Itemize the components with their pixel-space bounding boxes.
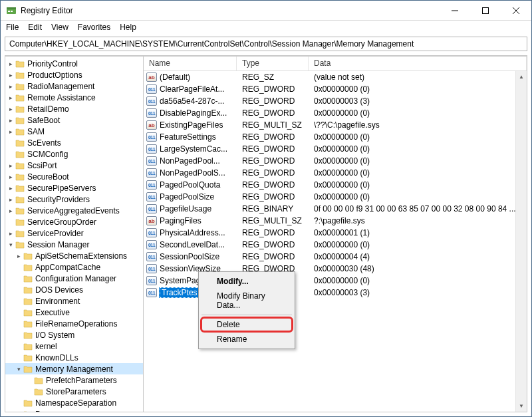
value-row[interactable]: LargeSystemCac...REG_DWORD0x00000000 (0): [144, 143, 527, 155]
context-menu-delete[interactable]: Delete: [201, 317, 293, 332]
tree-item-label: SecurePipeServers: [27, 184, 96, 193]
menu-view[interactable]: View: [51, 23, 68, 32]
value-row[interactable]: PagefileUsageREG_BINARY0f 00 00 00 f9 31…: [144, 203, 527, 215]
value-name-cell: ExistingPageFiles: [144, 120, 237, 130]
chevron-right-icon[interactable]: ▸: [7, 94, 15, 102]
column-data[interactable]: Data: [309, 57, 527, 70]
tree-item[interactable]: Power: [5, 408, 143, 412]
address-bar[interactable]: Computer\HKEY_LOCAL_MACHINE\SYSTEM\Curre…: [5, 37, 527, 51]
value-row[interactable]: (Default)REG_SZ(value not set): [144, 71, 527, 83]
chevron-right-icon[interactable]: ▸: [7, 162, 15, 170]
menu-file[interactable]: File: [6, 23, 19, 32]
list-header[interactable]: Name Type Data: [144, 57, 527, 71]
value-row[interactable]: ClearPageFileAt...REG_DWORD0x00000000 (0…: [144, 83, 527, 95]
tree-item[interactable]: StoreParameters: [5, 386, 143, 397]
value-row[interactable]: PhysicalAddress...REG_DWORD0x00000001 (1…: [144, 227, 527, 239]
tree-item[interactable]: ServiceGroupOrder: [5, 216, 143, 227]
tree-item[interactable]: Environment: [5, 295, 143, 307]
tree-item[interactable]: ▸SafeBoot: [5, 114, 143, 126]
tree-item[interactable]: Executive: [5, 307, 143, 318]
tree-item[interactable]: Configuration Manager: [5, 273, 143, 284]
chevron-right-icon[interactable]: ▸: [7, 116, 15, 124]
menu-edit[interactable]: Edit: [28, 23, 42, 32]
value-row[interactable]: DisablePagingEx...REG_DWORD0x00000000 (0…: [144, 107, 527, 119]
context-menu-rename[interactable]: Rename: [201, 332, 293, 347]
value-name-cell: PagefileUsage: [144, 204, 237, 213]
tree-item[interactable]: ▸ScsiPort: [5, 160, 143, 171]
chevron-right-icon[interactable]: ▸: [7, 196, 15, 204]
tree-item[interactable]: ▾Memory Management: [5, 363, 143, 374]
tree-item[interactable]: ▸RadioManagement: [5, 80, 143, 92]
tree-item[interactable]: KnownDLLs: [5, 352, 143, 363]
value-row[interactable]: da56a5e4-287c-...REG_DWORD0x00000003 (3): [144, 95, 527, 107]
tree-item[interactable]: ▸ProductOptions: [5, 69, 143, 80]
folder-icon: [23, 309, 33, 317]
tree-item[interactable]: FileRenameOperations: [5, 318, 143, 329]
chevron-right-icon[interactable]: ▸: [7, 105, 15, 113]
tree-item[interactable]: ▸RetailDemo: [5, 103, 143, 114]
chevron-right-icon[interactable]: ▸: [7, 173, 15, 181]
tree-item[interactable]: ▸PriorityControl: [5, 58, 143, 69]
tree-item[interactable]: ▸ApiSetSchemaExtensions: [5, 250, 143, 261]
menu-favorites[interactable]: Favorites: [78, 23, 110, 32]
value-row[interactable]: NonPagedPoolS...REG_DWORD0x00000000 (0): [144, 167, 527, 179]
tree-item[interactable]: I/O System: [5, 329, 143, 341]
column-name[interactable]: Name: [144, 57, 237, 70]
value-name: PagedPoolQuota: [160, 180, 220, 190]
context-menu-modify[interactable]: Modify...: [201, 274, 293, 289]
value-row[interactable]: NonPagedPool...REG_DWORD0x00000000 (0): [144, 155, 527, 167]
value-data: 0x00000000 (0): [309, 156, 527, 166]
chevron-down-icon[interactable]: ▾: [15, 365, 23, 373]
chevron-right-icon[interactable]: ▸: [7, 71, 15, 79]
tree-item[interactable]: NamespaceSeparation: [5, 397, 143, 408]
tree-item-label: SecureBoot: [27, 172, 69, 182]
minimize-button[interactable]: [440, 1, 470, 20]
tree-item[interactable]: ▸SAM: [5, 126, 143, 137]
value-row[interactable]: SessionPoolSizeREG_DWORD0x00000004 (4): [144, 251, 527, 263]
value-row[interactable]: ExistingPageFilesREG_MULTI_SZ\??\C:\page…: [144, 119, 527, 131]
tree-item[interactable]: DOS Devices: [5, 284, 143, 295]
chevron-right-icon[interactable]: ▸: [7, 60, 15, 68]
tree-item[interactable]: ScEvents: [5, 137, 143, 148]
value-row[interactable]: FeatureSettingsREG_DWORD0x00000000 (0): [144, 131, 527, 143]
key-tree[interactable]: ▸PriorityControl▸ProductOptions▸RadioMan…: [5, 56, 143, 412]
expander-placeholder: [25, 388, 33, 396]
scroll-up-icon[interactable]: ▲: [516, 71, 527, 82]
tree-item[interactable]: ▾Session Manager: [5, 239, 143, 250]
chevron-right-icon[interactable]: ▸: [15, 252, 23, 260]
maximize-button[interactable]: [470, 1, 501, 20]
value-name: PhysicalAddress...: [160, 228, 225, 237]
tree-item[interactable]: ▸SecureBoot: [5, 171, 143, 182]
tree-item[interactable]: SCMConfig: [5, 148, 143, 160]
tree-item[interactable]: AppCompatCache: [5, 261, 143, 273]
scroll-down-icon[interactable]: ▼: [516, 400, 527, 412]
value-row[interactable]: PagedPoolSizeREG_DWORD0x00000000 (0): [144, 191, 527, 203]
value-row[interactable]: PagingFilesREG_MULTI_SZ?:\pagefile.sys: [144, 215, 527, 227]
context-menu-modify-binary[interactable]: Modify Binary Data...: [201, 289, 293, 313]
chevron-down-icon[interactable]: ▾: [7, 241, 15, 249]
tree-item[interactable]: ▸SecurityProviders: [5, 194, 143, 205]
value-row[interactable]: SecondLevelDat...REG_DWORD0x00000000 (0): [144, 239, 527, 251]
close-button[interactable]: [501, 1, 531, 20]
tree-item[interactable]: ▸ServiceAggregatedEvents: [5, 205, 143, 216]
tree-item[interactable]: PrefetchParameters: [5, 374, 143, 386]
value-row[interactable]: PagedPoolQuotaREG_DWORD0x00000000 (0): [144, 179, 527, 191]
chevron-right-icon[interactable]: ▸: [7, 128, 15, 136]
value-name-cell: SessionPoolSize: [144, 252, 237, 261]
chevron-right-icon[interactable]: ▸: [7, 184, 15, 192]
vertical-scrollbar[interactable]: ▲ ▼: [515, 71, 527, 412]
tree-item-label: ScsiPort: [27, 161, 57, 170]
tree-item-label: ServiceGroupOrder: [27, 217, 96, 227]
tree-item[interactable]: ▸ServiceProvider: [5, 227, 143, 239]
value-name: LargeSystemCac...: [160, 144, 227, 154]
menu-help[interactable]: Help: [120, 23, 136, 32]
titlebar[interactable]: Registry Editor: [1, 1, 531, 21]
chevron-right-icon[interactable]: ▸: [7, 82, 15, 90]
chevron-right-icon[interactable]: ▸: [7, 229, 15, 237]
tree-item[interactable]: ▸Remote Assistance: [5, 92, 143, 103]
value-list[interactable]: (Default)REG_SZ(value not set)ClearPageF…: [144, 71, 527, 412]
column-type[interactable]: Type: [237, 57, 309, 70]
tree-item[interactable]: ▸SecurePipeServers: [5, 182, 143, 194]
chevron-right-icon[interactable]: ▸: [7, 207, 15, 215]
tree-item[interactable]: kernel: [5, 341, 143, 352]
